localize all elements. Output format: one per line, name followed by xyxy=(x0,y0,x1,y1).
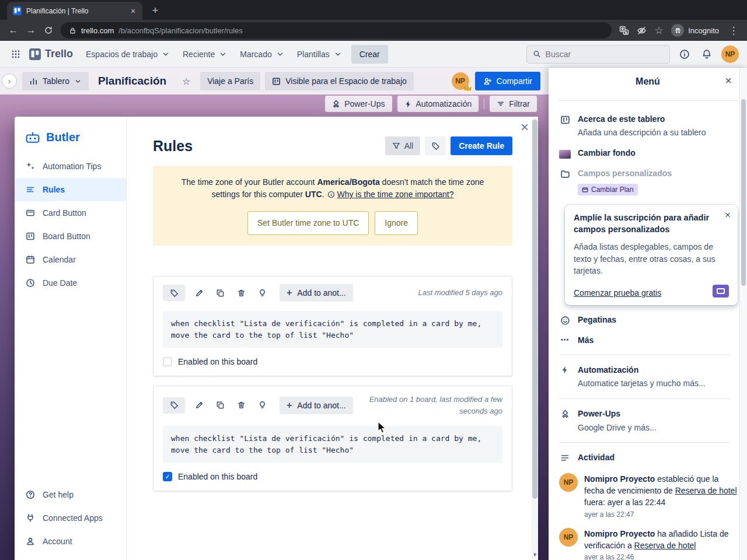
sidebar-item-automation-tips[interactable]: Automation Tips xyxy=(15,155,126,178)
rule-tips-button[interactable] xyxy=(255,286,269,300)
edit-rule-button[interactable] xyxy=(192,286,206,300)
search-icon xyxy=(533,50,541,58)
scroll-down-arrow[interactable]: ▼ xyxy=(532,552,538,558)
sidebar-item-get-help[interactable]: Get help xyxy=(15,483,126,506)
create-button[interactable]: Crear xyxy=(351,45,388,64)
nav-marcado[interactable]: Marcado xyxy=(234,45,289,64)
close-upsell-icon[interactable]: × xyxy=(725,210,731,220)
sidebar-item-rules[interactable]: Rules xyxy=(15,178,126,201)
timezone-help-link[interactable]: Why is the time zone important? xyxy=(337,190,453,199)
activity-avatar[interactable]: NP xyxy=(559,528,578,547)
power-up-icon xyxy=(559,408,571,418)
menu-item-label: Pegatinas xyxy=(578,314,616,325)
new-tab-button[interactable]: + xyxy=(147,2,163,19)
nav-plantillas[interactable]: Plantillas xyxy=(291,45,348,64)
butler-scrollbar-thumb[interactable] xyxy=(532,120,537,499)
sidebar-item-calendar[interactable]: Calendar xyxy=(15,248,126,271)
visibility-button[interactable]: Visible para el Espacio de trabajo xyxy=(265,72,414,90)
power-up-icon xyxy=(332,100,340,108)
set-timezone-button[interactable]: Set Butler time zone to UTC xyxy=(247,211,369,235)
rule-tips-button[interactable] xyxy=(255,398,269,412)
search-box[interactable] xyxy=(526,45,670,64)
board-switcher-label: Tablero xyxy=(43,76,69,86)
add-to-another-board-button[interactable]: + Add to anot... xyxy=(280,397,353,414)
activity-card-link[interactable]: Reserva de hotel xyxy=(634,541,696,550)
window-scrollbar[interactable] xyxy=(739,68,747,560)
automation-button[interactable]: Automatización xyxy=(397,96,479,112)
question-icon xyxy=(25,490,36,499)
menu-item-custom-fields[interactable]: Campos personalizados xyxy=(558,163,739,184)
filter-all-button[interactable]: All xyxy=(385,136,421,155)
star-board-button[interactable]: ☆ xyxy=(177,72,196,90)
menu-item-label: Automatización xyxy=(578,365,706,375)
search-input[interactable] xyxy=(546,50,664,59)
change-plan-badge[interactable]: Cambiar Plan xyxy=(578,184,638,195)
power-ups-button[interactable]: Power-Ups xyxy=(325,96,392,112)
visibility-label: Visible para el Espacio de trabajo xyxy=(285,76,407,86)
create-rule-button[interactable]: Create Rule xyxy=(451,136,512,155)
butler-scrollbar[interactable]: ▼ xyxy=(532,117,538,560)
share-button[interactable]: Compartir xyxy=(475,72,540,90)
activity-avatar[interactable]: NP xyxy=(559,473,578,492)
delete-rule-button[interactable] xyxy=(234,286,248,300)
delete-rule-button[interactable] xyxy=(234,398,248,412)
ignore-button[interactable]: Ignore xyxy=(375,211,418,235)
trip-button[interactable]: Viaje a París xyxy=(200,72,260,90)
sidebar-item-connected-apps[interactable]: Connected Apps xyxy=(15,506,126,530)
chevron-down-icon xyxy=(219,50,227,58)
reload-button[interactable] xyxy=(40,22,57,39)
rule-label-button[interactable] xyxy=(163,397,185,414)
browser-menu-button[interactable]: ⋮ xyxy=(725,22,742,39)
close-menu-icon[interactable]: × xyxy=(725,75,732,86)
window-scrollbar-thumb[interactable] xyxy=(741,99,746,286)
pencil-icon xyxy=(195,401,204,410)
board-title: Planificación xyxy=(93,75,172,88)
plug-icon xyxy=(25,513,36,523)
tab-close-icon[interactable]: × xyxy=(128,6,138,16)
filter-by-label-button[interactable] xyxy=(425,136,446,155)
enabled-checkbox[interactable]: ✓ xyxy=(163,357,172,366)
sidebar-item-due-date[interactable]: Due Date xyxy=(15,271,126,295)
menu-item-change-background[interactable]: Cambiar fondo xyxy=(558,143,739,163)
menu-item-about[interactable]: Acerca de este tablero Añada una descrip… xyxy=(558,109,739,143)
menu-item-power-ups[interactable]: Power-Ups Google Drive y más... xyxy=(558,404,739,438)
menu-item-sub: Añada una descripción a su tablero xyxy=(578,127,706,138)
menu-item-stickers[interactable]: Pegatinas xyxy=(558,310,739,330)
nav-reciente[interactable]: Reciente xyxy=(177,45,233,64)
clock-icon xyxy=(25,278,36,288)
copy-rule-button[interactable] xyxy=(213,286,227,300)
start-free-trial-link[interactable]: Comenzar prueba gratis xyxy=(574,288,661,298)
rule-label-button[interactable] xyxy=(163,285,185,301)
enabled-checkbox[interactable]: ✓ xyxy=(163,472,172,481)
menu-item-automation[interactable]: Automatización Automatice tarjetas y muc… xyxy=(558,360,739,394)
sidebar-item-account[interactable]: Account xyxy=(15,530,126,553)
notifications-button[interactable] xyxy=(699,47,714,62)
trello-logo[interactable]: Trello xyxy=(27,48,79,60)
tracking-protection-button[interactable] xyxy=(633,22,650,39)
board-switcher-button[interactable]: Tablero xyxy=(22,72,89,90)
activity-card-link[interactable]: Reserva de hotel xyxy=(675,486,737,495)
apps-switcher-button[interactable] xyxy=(6,44,26,64)
nav-espacios-de-trabajo[interactable]: Espacios de trabajo xyxy=(80,45,176,64)
bookmark-button[interactable]: ☆ xyxy=(650,22,668,39)
expand-sidebar-button[interactable]: › xyxy=(2,74,17,89)
menu-item-more[interactable]: ••• Más xyxy=(558,330,739,350)
add-to-another-board-button[interactable]: + Add to anot... xyxy=(280,284,353,302)
chevron-down-icon xyxy=(334,50,342,58)
info-button[interactable] xyxy=(677,47,692,62)
edit-rule-button[interactable] xyxy=(192,398,206,412)
browser-tab[interactable]: Planificación | Trello × xyxy=(7,2,142,20)
sidebar-item-board-button[interactable]: Board Button xyxy=(15,225,126,248)
translate-button[interactable] xyxy=(615,22,633,39)
filter-all-label: All xyxy=(404,141,414,150)
user-avatar[interactable]: NP xyxy=(721,46,739,63)
sidebar-item-card-button[interactable]: Card Button xyxy=(15,201,126,225)
copy-rule-button[interactable] xyxy=(213,398,227,412)
board-header: Tablero Planificación ☆ Viaje a París Vi… xyxy=(0,68,549,94)
close-butler-icon[interactable]: × xyxy=(521,120,529,134)
back-button[interactable]: ← xyxy=(5,22,22,39)
filter-button[interactable]: Filtrar xyxy=(490,96,537,112)
url-bar[interactable]: trello.com/b/aconfbqS/planificacion/butl… xyxy=(61,22,612,38)
forward-button[interactable]: → xyxy=(22,22,40,39)
menu-item-activity[interactable]: Actividad xyxy=(558,447,739,467)
